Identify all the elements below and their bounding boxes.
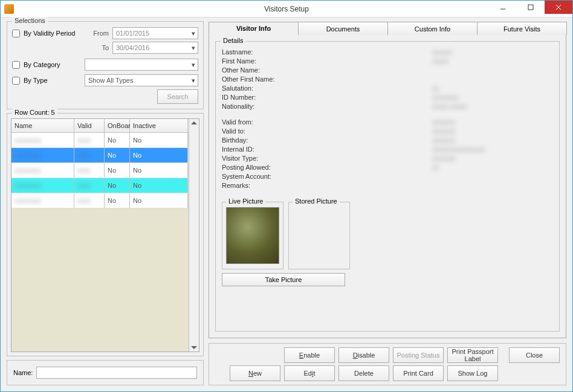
minimize-button[interactable] (489, 1, 517, 14)
label-posting: Posting Allowed: (222, 164, 312, 171)
search-button[interactable]: Search (157, 89, 198, 104)
table-row[interactable]: xxxxxxxxxxxxNoNo (11, 148, 189, 163)
tab-future-visits[interactable]: Future Visits (477, 22, 567, 35)
label-nationality: Nationality: (222, 103, 312, 110)
svg-rect-1 (528, 5, 533, 10)
window-controls (489, 1, 572, 17)
live-picture-image (226, 207, 279, 264)
selections-groupbox: Selections By Validity Period From 01/01… (7, 21, 204, 109)
label-lastname: Lastname: (222, 48, 312, 56)
tab-content: Details Lastname:xxxxxx First Name:xxxxx… (209, 35, 566, 338)
enable-button[interactable]: Enable (284, 347, 335, 363)
label-otherfirst: Other First Name: (222, 76, 312, 83)
col-header-onboard[interactable]: OnBoard (105, 119, 130, 132)
app-window: Visitors Setup Selections By Validity Pe… (0, 0, 573, 392)
label-visitortype: Visitor Type: (222, 155, 312, 162)
label-remarks: Remarks: (222, 182, 312, 189)
grid-header: Name Valid OnBoard Inactive (11, 119, 189, 133)
content-area: Selections By Validity Period From 01/01… (1, 18, 572, 391)
by-category-checkbox[interactable]: By Category (12, 61, 85, 69)
maximize-button[interactable] (517, 1, 545, 14)
dropdown-icon: ▾ (190, 44, 196, 52)
dropdown-icon: ▾ (190, 30, 196, 37)
label-birthday: Birthday: (222, 137, 312, 144)
label-sysacct: System Account: (222, 173, 312, 180)
results-groupbox: Row Count: 5 Name Valid OnBoard Inactive… (7, 113, 204, 356)
label-firstname: First Name: (222, 57, 312, 65)
from-label: From (85, 30, 109, 37)
label-salutation: Salutation: (222, 85, 312, 92)
col-header-inactive[interactable]: Inactive (130, 119, 188, 132)
print-passport-button[interactable]: Print Passport Label (447, 347, 498, 363)
posting-status-button[interactable]: Posting Status (393, 347, 444, 363)
tab-custom-info[interactable]: Custom Info (387, 22, 478, 35)
from-date-combo[interactable]: 01/01/2015▾ (112, 27, 198, 39)
table-row[interactable]: xxxxxxxxxxxxNoNo (11, 163, 189, 178)
label-internalid: Internal ID: (222, 146, 312, 153)
tab-strip: Visitor Info Documents Custom Info Futur… (209, 21, 566, 35)
app-icon (4, 4, 14, 14)
disable-button[interactable]: Disable (338, 347, 389, 363)
new-button[interactable]: New (230, 365, 280, 381)
right-panel: Visitor Info Documents Custom Info Futur… (209, 21, 566, 385)
stored-picture-legend: Stored Picture (293, 198, 340, 205)
edit-button[interactable]: Edit (284, 365, 335, 381)
by-type-checkbox[interactable]: By Type (12, 77, 85, 85)
titlebar: Visitors Setup (1, 1, 572, 18)
label-othername: Other Name: (222, 66, 312, 74)
tab-documents[interactable]: Documents (298, 22, 388, 35)
grid-scrollbar[interactable] (189, 119, 199, 352)
print-card-button[interactable]: Print Card (393, 365, 444, 381)
col-header-valid[interactable]: Valid (74, 119, 105, 132)
details-legend: Details (221, 37, 246, 44)
table-row[interactable]: xxxxxxxxxxxxNoNo (11, 178, 189, 193)
name-input[interactable] (36, 367, 197, 379)
window-title: Visitors Setup (1, 5, 572, 13)
details-groupbox: Details Lastname:xxxxxx First Name:xxxxx… (215, 41, 560, 332)
label-idnumber: ID Number: (222, 94, 312, 101)
name-label: Name: (13, 369, 33, 376)
table-row[interactable]: xxxxxxxxxxxxNoNo (11, 193, 189, 208)
table-row[interactable]: xxxxxxxxxxxxNoNo (11, 133, 189, 148)
label-validto: Valid to: (222, 127, 312, 135)
row-count-label: Row Count: 5 (12, 109, 57, 116)
tab-visitor-info[interactable]: Visitor Info (209, 22, 299, 35)
close-button[interactable]: Close (509, 347, 560, 363)
to-label: To (85, 44, 109, 51)
col-header-name[interactable]: Name (11, 119, 74, 132)
by-validity-checkbox[interactable]: By Validity Period (12, 30, 85, 37)
left-panel: Selections By Validity Period From 01/01… (7, 21, 204, 385)
results-grid[interactable]: Name Valid OnBoard Inactive xxxxxxxxxxxx… (11, 118, 199, 352)
name-groupbox: Name: (7, 360, 204, 385)
live-picture-legend: Live Picture (226, 198, 265, 205)
delete-button[interactable]: Delete (338, 365, 389, 381)
stored-picture-box: Stored Picture (288, 202, 350, 269)
category-combo[interactable]: ▾ (85, 59, 198, 71)
selections-legend: Selections (12, 17, 48, 24)
dropdown-icon: ▾ (190, 77, 196, 85)
footer-buttons: Enable Disable Posting Status Print Pass… (209, 343, 566, 385)
show-log-button[interactable]: Show Log (447, 365, 498, 381)
to-date-combo[interactable]: 30/04/2016▾ (112, 42, 198, 54)
dropdown-icon: ▾ (190, 61, 196, 69)
type-combo[interactable]: Show All Types▾ (85, 74, 198, 86)
live-picture-box: Live Picture (222, 202, 283, 269)
details-fields: Lastname:xxxxxx First Name:xxxxx Other N… (222, 48, 553, 190)
close-window-button[interactable] (545, 1, 572, 14)
picture-area: Live Picture Stored Picture (222, 202, 553, 269)
label-validfrom: Valid from: (222, 118, 312, 126)
take-picture-button[interactable]: Take Picture (222, 273, 345, 286)
